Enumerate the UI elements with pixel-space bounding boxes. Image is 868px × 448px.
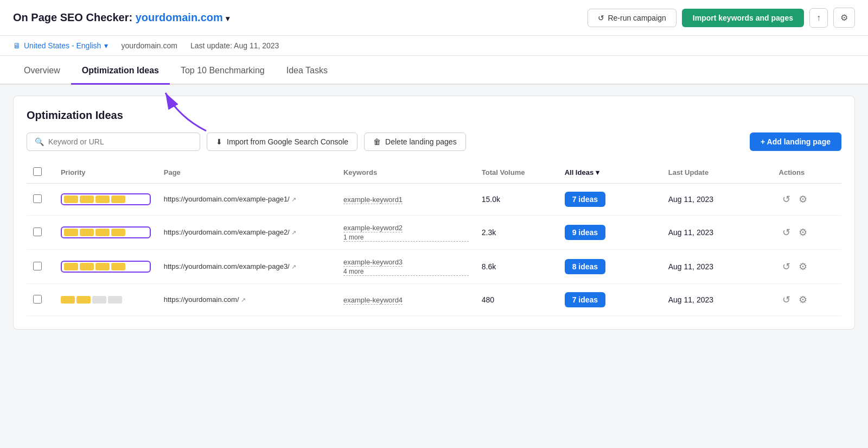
priority-bar xyxy=(111,195,125,203)
page-link[interactable]: https://yourdomain.com/example-page2/ ↗ xyxy=(164,228,297,236)
locale-label: United States - English xyxy=(24,41,101,50)
sub-bar-domain: yourdomain.com xyxy=(121,41,177,50)
priority-bar xyxy=(80,229,94,236)
more-keywords-link[interactable]: 1 more xyxy=(343,234,469,242)
last-update-cell: Aug 11, 2023 xyxy=(662,284,773,316)
select-all-checkbox[interactable] xyxy=(33,167,42,176)
priority-highlight xyxy=(61,261,151,273)
keyword-link[interactable]: example-keyword2 xyxy=(343,224,403,232)
tab-idea-tasks[interactable]: Idea Tasks xyxy=(276,56,339,85)
priority-highlight xyxy=(61,226,151,238)
th-actions: Actions xyxy=(773,162,841,184)
row-checkbox[interactable] xyxy=(33,262,42,270)
th-ideas[interactable]: All Ideas ▾ xyxy=(558,162,662,184)
import-keywords-button[interactable]: Import keywords and pages xyxy=(682,9,804,27)
delete-icon: 🗑 xyxy=(373,137,381,146)
priority-bar xyxy=(92,296,106,304)
priority-bar xyxy=(95,263,110,270)
settings-button[interactable]: ⚙ xyxy=(833,8,855,28)
top-bar-actions: ↺ Re-run campaign Import keywords and pa… xyxy=(588,8,855,28)
domain-chevron-icon[interactable]: ▾ xyxy=(226,14,229,23)
search-input[interactable] xyxy=(48,137,192,146)
priority-bars xyxy=(64,263,148,270)
rerun-row-button[interactable]: ↺ xyxy=(779,258,794,275)
settings-row-button[interactable]: ⚙ xyxy=(795,258,810,275)
sub-bar: 🖥 United States - English ▾ yourdomain.c… xyxy=(0,36,868,56)
keyword-link[interactable]: example-keyword3 xyxy=(343,258,403,267)
import-gsc-label: Import from Google Search Console xyxy=(227,137,348,146)
share-button[interactable]: ↑ xyxy=(809,8,828,28)
table-row: https://yourdomain.com/ ↗example-keyword… xyxy=(27,284,841,316)
tab-optimization-ideas[interactable]: Optimization Ideas xyxy=(71,56,170,85)
row-checkbox[interactable] xyxy=(33,228,42,236)
last-update: Last update: Aug 11, 2023 xyxy=(190,41,279,50)
all-ideas-label: All Ideas xyxy=(565,168,593,176)
page-link[interactable]: https://yourdomain.com/example-page1/ ↗ xyxy=(164,195,297,203)
priority-bar xyxy=(64,263,78,270)
section-title: Optimization Ideas xyxy=(27,109,841,122)
app-title: On Page SEO Checker: yourdomain.com ▾ xyxy=(13,11,229,24)
external-link-icon: ↗ xyxy=(291,263,296,270)
locale-selector[interactable]: 🖥 United States - English ▾ xyxy=(13,41,108,50)
app-title-domain: yourdomain.com xyxy=(136,11,223,23)
ideas-table: Priority Page Keywords Total Volume All … xyxy=(27,162,841,316)
volume-cell: 15.0k xyxy=(475,184,558,216)
tab-top10[interactable]: Top 10 Benchmarking xyxy=(170,56,276,85)
rerun-row-button[interactable]: ↺ xyxy=(779,224,794,241)
add-landing-page-button[interactable]: + Add landing page xyxy=(750,132,841,151)
delete-label: Delete landing pages xyxy=(385,137,457,146)
priority-bar xyxy=(64,195,78,203)
delete-pages-button[interactable]: 🗑 Delete landing pages xyxy=(364,132,466,151)
priority-bar xyxy=(95,195,110,203)
all-ideas-filter-button[interactable]: All Ideas ▾ xyxy=(565,168,599,176)
ideas-badge[interactable]: 8 ideas xyxy=(565,259,605,274)
priority-bar xyxy=(80,263,94,270)
row-checkbox[interactable] xyxy=(33,295,42,304)
keyword-link[interactable]: example-keyword4 xyxy=(343,296,403,305)
priority-bars xyxy=(64,195,148,203)
top-bar: On Page SEO Checker: yourdomain.com ▾ ↺ … xyxy=(0,0,868,36)
search-icon: 🔍 xyxy=(35,137,44,146)
top-bar-left: On Page SEO Checker: yourdomain.com ▾ xyxy=(13,11,229,24)
page-link[interactable]: https://yourdomain.com/example-page3/ ↗ xyxy=(164,262,297,270)
settings-row-button[interactable]: ⚙ xyxy=(795,292,810,308)
tab-overview[interactable]: Overview xyxy=(13,56,71,85)
settings-row-button[interactable]: ⚙ xyxy=(795,224,810,241)
rerun-label: Re-run campaign xyxy=(608,14,666,22)
table-row: https://yourdomain.com/example-page1/ ↗e… xyxy=(27,184,841,216)
priority-bar xyxy=(64,229,78,236)
main-content: Optimization Ideas 🔍 ⬇ Import from Googl… xyxy=(0,85,868,340)
priority-bar xyxy=(111,263,125,270)
locale-chevron-icon: ▾ xyxy=(104,41,108,50)
table-wrap: Priority Page Keywords Total Volume All … xyxy=(27,162,841,316)
import-icon: ⬇ xyxy=(216,137,222,146)
th-volume: Total Volume xyxy=(475,162,558,184)
ideas-badge[interactable]: 7 ideas xyxy=(565,192,605,207)
priority-highlight xyxy=(61,193,151,205)
row-checkbox[interactable] xyxy=(33,194,42,203)
import-gsc-button[interactable]: ⬇ Import from Google Search Console xyxy=(207,132,358,151)
settings-row-button[interactable]: ⚙ xyxy=(795,191,810,207)
ideas-badge[interactable]: 9 ideas xyxy=(565,225,605,240)
priority-bar xyxy=(61,296,75,304)
priority-bar xyxy=(111,229,125,236)
search-box[interactable]: 🔍 xyxy=(27,132,200,151)
section-card: Optimization Ideas 🔍 ⬇ Import from Googl… xyxy=(13,96,855,330)
th-check xyxy=(27,162,54,184)
app-title-prefix: On Page SEO Checker: xyxy=(13,11,136,23)
external-link-icon: ↗ xyxy=(291,229,296,236)
keyword-link[interactable]: example-keyword1 xyxy=(343,195,403,204)
ideas-badge[interactable]: 7 ideas xyxy=(565,292,605,307)
th-page: Page xyxy=(157,162,337,184)
priority-bar xyxy=(108,296,122,304)
rerun-row-button[interactable]: ↺ xyxy=(779,191,794,207)
more-keywords-link[interactable]: 4 more xyxy=(343,268,469,276)
rerun-campaign-button[interactable]: ↺ Re-run campaign xyxy=(588,9,676,27)
volume-cell: 8.6k xyxy=(475,250,558,284)
last-update-cell: Aug 11, 2023 xyxy=(662,184,773,216)
page-link[interactable]: https://yourdomain.com/ ↗ xyxy=(164,295,246,304)
volume-cell: 2.3k xyxy=(475,216,558,250)
table-row: https://yourdomain.com/example-page3/ ↗e… xyxy=(27,250,841,284)
priority-bar xyxy=(76,296,91,304)
rerun-row-button[interactable]: ↺ xyxy=(779,292,794,308)
